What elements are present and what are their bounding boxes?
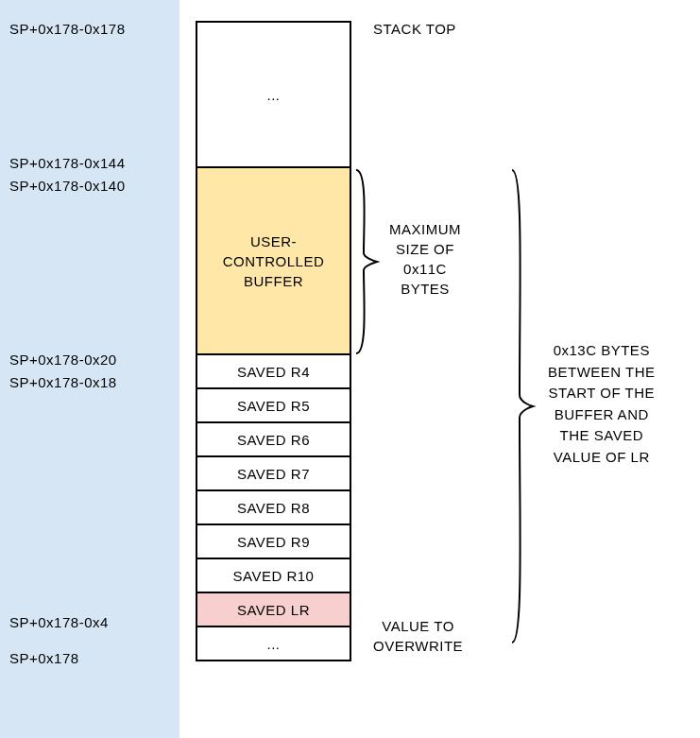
brace-total-icon bbox=[510, 168, 538, 644]
text: START OF THE bbox=[549, 385, 655, 401]
addr-r4: SP+0x178-0x18 bbox=[9, 374, 117, 390]
ellipsis: ... bbox=[266, 87, 280, 103]
buffer-text: BUFFER bbox=[244, 271, 303, 291]
stack-diagram: SP+0x178-0x178 SP+0x178-0x144 SP+0x178-0… bbox=[0, 0, 700, 738]
cell-r7: SAVED R7 bbox=[196, 455, 351, 491]
cell-r4: SAVED R4 bbox=[196, 353, 351, 389]
text: VALUE OF LR bbox=[554, 449, 650, 465]
cell-stack-top: ... bbox=[196, 21, 351, 168]
label-distance: 0x13C BYTES BETWEEN THE START OF THE BUF… bbox=[548, 340, 656, 468]
text: THE SAVED bbox=[560, 427, 643, 443]
addr-buffer: SP+0x178-0x140 bbox=[9, 178, 126, 194]
brace-buffer-icon bbox=[354, 168, 383, 355]
cell-r6: SAVED R6 bbox=[196, 421, 351, 457]
label-overwrite: VALUE TO OVERWRITE bbox=[373, 616, 463, 656]
text: 0x11C bbox=[403, 261, 447, 277]
buffer-text: USER- bbox=[250, 232, 297, 251]
addr-top: SP+0x178-0x178 bbox=[9, 21, 126, 37]
addr-lr: SP+0x178-0x4 bbox=[9, 614, 109, 630]
label-stack-top: STACK TOP bbox=[373, 21, 456, 37]
text: VALUE TO bbox=[382, 618, 454, 634]
cell-r8: SAVED R8 bbox=[196, 489, 351, 525]
text: SIZE OF bbox=[396, 241, 454, 257]
cell-r9: SAVED R9 bbox=[196, 523, 351, 559]
addr-bottom: SP+0x178 bbox=[9, 650, 79, 666]
text: BETWEEN THE bbox=[548, 364, 656, 380]
label-max-size: MAXIMUM SIZE OF 0x11C BYTES bbox=[389, 219, 461, 299]
cell-lr: SAVED LR bbox=[196, 592, 351, 627]
addr-buffer-end: SP+0x178-0x20 bbox=[9, 352, 117, 368]
buffer-text: CONTROLLED bbox=[223, 251, 325, 271]
cell-r10: SAVED R10 bbox=[196, 558, 351, 593]
text: BUFFER AND bbox=[555, 406, 649, 422]
text: OVERWRITE bbox=[373, 638, 463, 654]
cell-r5: SAVED R5 bbox=[196, 387, 351, 423]
addr-top-end: SP+0x178-0x144 bbox=[9, 155, 126, 171]
cell-buffer: USER- CONTROLLED BUFFER bbox=[196, 166, 351, 355]
cell-bottom: ... bbox=[196, 626, 351, 661]
text: 0x13C BYTES bbox=[554, 342, 650, 358]
text: MAXIMUM bbox=[389, 221, 461, 237]
stack-column: ... USER- CONTROLLED BUFFER SAVED R4 SAV… bbox=[196, 21, 351, 661]
text: BYTES bbox=[401, 281, 450, 297]
